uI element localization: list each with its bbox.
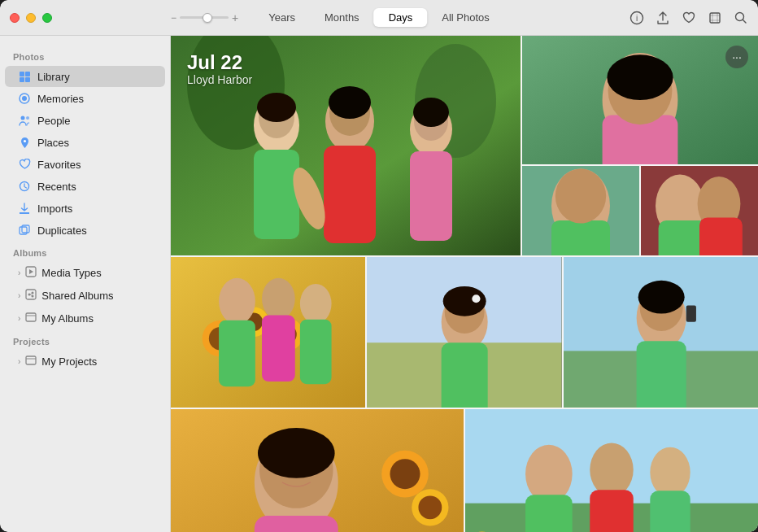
photo-grid-content[interactable]: Jul 22 Lloyd Harbor [171, 36, 758, 532]
photo-row2-center[interactable] [367, 257, 561, 408]
svg-point-10 [20, 116, 24, 120]
svg-rect-6 [20, 77, 24, 82]
sidebar-item-my-projects-label: My Projects [41, 355, 97, 368]
traffic-lights [10, 13, 52, 23]
svg-point-86 [418, 495, 442, 519]
zoom-decrease-icon[interactable]: − [171, 12, 176, 24]
svg-point-94 [525, 445, 573, 504]
svg-point-80 [638, 281, 684, 314]
photo-top-right[interactable]: ··· [522, 36, 758, 164]
sidebar-item-imports-label: Imports [37, 203, 72, 215]
sidebar-item-memories[interactable]: Memories [5, 88, 165, 109]
svg-rect-22 [26, 356, 36, 364]
my-albums-icon [25, 312, 37, 325]
recents-icon [18, 180, 31, 193]
svg-rect-65 [300, 320, 332, 384]
imports-icon [18, 202, 31, 215]
sidebar-item-favorites[interactable]: Favorites [5, 154, 165, 175]
day-date: Jul 22 [187, 52, 252, 73]
close-button[interactable] [10, 13, 20, 23]
zoom-slider-thumb[interactable] [203, 13, 212, 23]
tab-all-photos[interactable]: All Photos [427, 8, 504, 27]
svg-rect-27 [254, 150, 299, 239]
zoom-slider-track[interactable] [180, 16, 229, 19]
sidebar-item-places[interactable]: Places [5, 132, 165, 153]
svg-point-98 [650, 447, 690, 498]
sidebar-item-library-label: Library [37, 71, 70, 83]
photos-section-label: Photos [0, 46, 170, 65]
svg-point-84 [390, 459, 420, 489]
sidebar-item-my-albums[interactable]: › My Albums [5, 307, 165, 329]
svg-point-90 [258, 428, 335, 478]
svg-point-60 [219, 278, 255, 325]
sidebar-item-media-types[interactable]: › Media Types [5, 262, 165, 284]
svg-point-73 [473, 294, 481, 303]
zoom-slider-area: − + [171, 11, 238, 24]
sidebar-item-my-projects[interactable]: › My Projects [5, 351, 165, 373]
info-icon[interactable]: i [629, 11, 644, 25]
sidebar-item-duplicates[interactable]: Duplicates [5, 220, 165, 241]
sidebar-item-shared-albums[interactable]: › Shared Albums [5, 285, 165, 307]
photo-large-main[interactable]: Jul 22 Lloyd Harbor [171, 36, 521, 255]
svg-rect-17 [26, 290, 36, 299]
sidebar-item-recents-label: Recents [37, 181, 76, 193]
view-tabs: Years Months Days All Photos [254, 8, 504, 27]
photo-mosaic: Jul 22 Lloyd Harbor [171, 36, 758, 532]
sidebar-item-memories-label: Memories [37, 93, 84, 105]
share-icon[interactable] [656, 11, 670, 25]
media-types-icon [25, 266, 37, 280]
svg-point-11 [26, 116, 29, 120]
photo-bottom-left[interactable] [522, 166, 639, 255]
svg-rect-7 [25, 77, 30, 82]
photo-bottom-row [522, 166, 758, 255]
svg-rect-63 [262, 316, 295, 382]
sidebar-item-people-label: People [37, 115, 70, 127]
mosaic-row-2 [171, 257, 758, 408]
zoom-increase-icon[interactable]: + [232, 11, 238, 24]
sidebar-item-library[interactable]: Library [5, 66, 165, 87]
svg-rect-33 [410, 151, 452, 241]
memories-icon [18, 92, 31, 105]
sidebar-item-imports[interactable]: Imports [5, 198, 165, 219]
sidebar-item-recents[interactable]: Recents [5, 176, 165, 197]
photo-bottom-right[interactable] [641, 166, 758, 255]
photo-right-column: ··· [522, 36, 758, 255]
more-options-icon: ··· [732, 50, 742, 63]
heart-icon[interactable] [682, 11, 696, 25]
shared-albums-icon [25, 289, 37, 303]
svg-rect-5 [25, 72, 30, 76]
sidebar-item-favorites-label: Favorites [37, 159, 81, 171]
svg-point-96 [590, 443, 633, 497]
sidebar-item-people[interactable]: People [5, 110, 165, 131]
svg-rect-52 [699, 217, 743, 255]
sidebar-item-duplicates-label: Duplicates [37, 225, 87, 237]
svg-rect-21 [26, 313, 36, 321]
minimize-button[interactable] [26, 13, 36, 23]
photo-row2-right[interactable] [564, 257, 758, 408]
svg-rect-2 [710, 13, 720, 23]
photo-row3-left[interactable] [171, 409, 464, 532]
svg-point-47 [555, 168, 606, 223]
tab-months[interactable]: Months [310, 8, 374, 27]
search-icon[interactable] [734, 11, 748, 25]
svg-point-35 [257, 93, 296, 122]
svg-point-12 [24, 140, 26, 142]
toolbar-right: i [629, 11, 748, 25]
day-location: Lloyd Harbor [187, 73, 252, 86]
shared-albums-expand-icon: › [18, 291, 20, 300]
photo-row2-left[interactable] [171, 257, 365, 408]
svg-point-37 [413, 98, 449, 127]
albums-section-label: Albums [0, 242, 170, 261]
svg-rect-30 [324, 146, 376, 243]
maximize-button[interactable] [42, 13, 52, 23]
projects-section-label: Projects [0, 330, 170, 350]
library-icon [18, 70, 31, 83]
frame-icon[interactable] [708, 11, 722, 25]
tab-days[interactable]: Days [374, 8, 428, 27]
svg-point-72 [443, 286, 486, 316]
photo-row3-right[interactable] [465, 409, 758, 532]
app-window: − + Years Months Days All Photos i [0, 0, 758, 532]
svg-point-64 [300, 284, 332, 324]
tab-years[interactable]: Years [254, 8, 310, 27]
more-options-button[interactable]: ··· [725, 46, 748, 68]
